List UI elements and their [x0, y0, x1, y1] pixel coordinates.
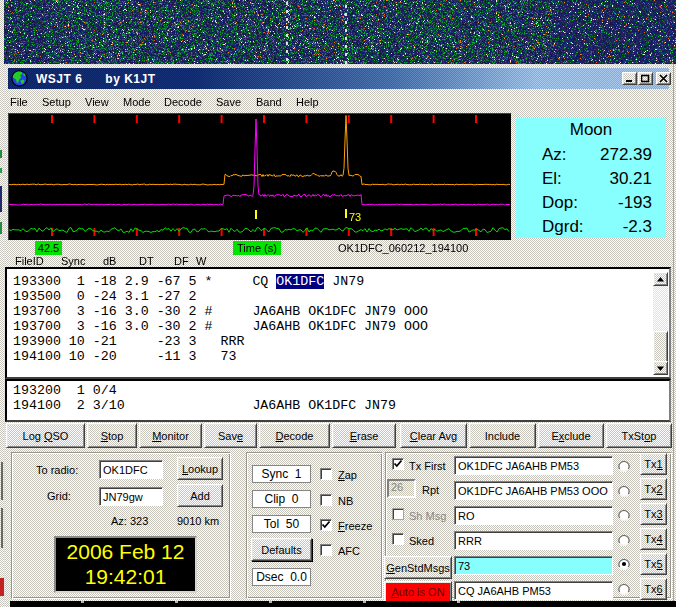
svg-text:73: 73 [349, 211, 361, 223]
